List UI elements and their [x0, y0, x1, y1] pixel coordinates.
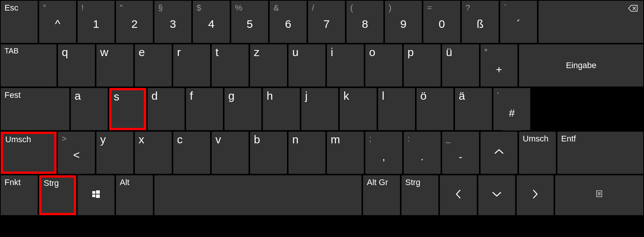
- key-alt-left[interactable]: Alt: [116, 175, 153, 215]
- key-arrow-left[interactable]: [440, 175, 477, 215]
- key-period[interactable]: : .: [404, 132, 441, 174]
- key-windows[interactable]: [78, 175, 114, 215]
- key-7[interactable]: / 7: [308, 1, 345, 43]
- key-tab[interactable]: TAB: [1, 44, 56, 87]
- key-shift-label: ): [389, 3, 391, 13]
- key-comma[interactable]: ; ,: [365, 132, 402, 174]
- key-u[interactable]: u: [288, 44, 325, 87]
- key-v[interactable]: v: [212, 132, 249, 174]
- key-ctrl-left[interactable]: Strg: [39, 175, 76, 215]
- key-arrow-right[interactable]: [517, 175, 554, 215]
- key-altgr[interactable]: Alt Gr: [363, 175, 400, 215]
- key-arrow-up[interactable]: [481, 132, 517, 174]
- key-4[interactable]: $ 4: [193, 1, 230, 43]
- key-b[interactable]: b: [250, 132, 287, 174]
- key-delete[interactable]: Entf: [557, 132, 643, 174]
- key-a[interactable]: a: [71, 88, 108, 130]
- key-d[interactable]: d: [148, 88, 185, 130]
- key-label: Alt Gr: [367, 178, 388, 187]
- key-ae[interactable]: ä: [455, 88, 492, 130]
- key-menu[interactable]: [555, 175, 643, 215]
- key-e[interactable]: e: [135, 44, 172, 87]
- key-label: b: [254, 133, 260, 146]
- key-z[interactable]: z: [250, 44, 287, 87]
- key-fn[interactable]: Fnkt: [1, 175, 38, 215]
- key-arrow-down[interactable]: [478, 175, 515, 215]
- key-n[interactable]: n: [288, 132, 325, 174]
- key-enter[interactable]: Eingabe: [519, 44, 643, 87]
- key-shift-label: §: [158, 3, 163, 13]
- key-main-label: 0: [439, 18, 445, 30]
- key-3[interactable]: § 3: [154, 1, 191, 43]
- key-g[interactable]: g: [224, 88, 261, 130]
- key-t[interactable]: t: [212, 44, 249, 87]
- key-acute[interactable]: ` ´: [500, 1, 537, 43]
- key-w[interactable]: w: [96, 44, 133, 87]
- key-main-label: 6: [285, 18, 291, 30]
- key-f[interactable]: f: [186, 88, 223, 130]
- key-m[interactable]: m: [327, 132, 364, 174]
- key-label: r: [177, 46, 181, 59]
- key-label: t: [215, 46, 218, 59]
- key-label: Fest: [5, 90, 21, 100]
- key-eszett[interactable]: ? ß: [462, 1, 499, 43]
- key-shift-label: _: [446, 134, 450, 144]
- key-main-label: .: [421, 151, 424, 163]
- key-main-label: ,: [382, 151, 385, 163]
- key-9[interactable]: ) 9: [385, 1, 422, 43]
- key-2[interactable]: " 2: [116, 1, 153, 43]
- key-l[interactable]: l: [378, 88, 415, 130]
- key-ctrl-right[interactable]: Strg: [401, 175, 438, 215]
- key-main-label: 4: [208, 18, 215, 30]
- key-shift-left[interactable]: Umsch: [1, 132, 56, 174]
- key-y[interactable]: y: [96, 132, 133, 174]
- key-main-label: #: [509, 107, 515, 119]
- key-shift-label: (: [350, 3, 353, 13]
- key-label: Umsch: [5, 135, 31, 144]
- key-caret[interactable]: ° ^: [39, 1, 76, 43]
- key-shift-label: >: [62, 134, 67, 144]
- key-0[interactable]: = 0: [423, 1, 460, 43]
- key-main-label: 7: [324, 18, 330, 30]
- key-label: u: [292, 46, 299, 59]
- svg-rect-0: [92, 191, 95, 194]
- key-ue[interactable]: ü: [442, 44, 479, 87]
- key-label: z: [254, 46, 259, 59]
- key-dash[interactable]: _ -: [442, 132, 479, 174]
- key-label: j: [305, 90, 308, 102]
- key-shift-label: /: [312, 3, 314, 13]
- key-shift-label: $: [197, 3, 201, 13]
- key-hash[interactable]: ' #: [493, 88, 530, 130]
- key-shift-right[interactable]: Umsch: [519, 132, 556, 174]
- key-oe[interactable]: ö: [417, 88, 453, 130]
- chevron-right-icon: [531, 188, 539, 202]
- key-k[interactable]: k: [340, 88, 377, 130]
- key-shift-label: ;: [369, 134, 371, 144]
- key-p[interactable]: p: [404, 44, 441, 87]
- key-5[interactable]: % 5: [231, 1, 268, 43]
- key-q[interactable]: q: [58, 44, 95, 87]
- key-x[interactable]: x: [135, 132, 172, 174]
- key-backspace[interactable]: [539, 1, 643, 43]
- key-esc[interactable]: Esc: [1, 1, 38, 43]
- key-r[interactable]: r: [173, 44, 210, 87]
- key-angle[interactable]: > <: [58, 132, 95, 174]
- key-label: o: [369, 46, 375, 59]
- key-space[interactable]: [154, 175, 362, 215]
- key-6[interactable]: & 6: [270, 1, 307, 43]
- key-8[interactable]: ( 8: [346, 1, 383, 43]
- key-s[interactable]: s: [109, 88, 146, 130]
- key-h[interactable]: h: [263, 88, 300, 130]
- windows-icon: [92, 190, 100, 200]
- key-shift-label: :: [407, 134, 410, 144]
- key-i[interactable]: i: [327, 44, 364, 87]
- key-main-label: 5: [247, 18, 253, 30]
- key-o[interactable]: o: [365, 44, 402, 87]
- key-shift-label: =: [427, 3, 432, 13]
- key-plus[interactable]: * +: [481, 44, 517, 87]
- key-c[interactable]: c: [173, 132, 210, 174]
- key-capslock[interactable]: Fest: [1, 88, 69, 130]
- key-1[interactable]: ! 1: [78, 1, 114, 43]
- key-shift-label: ': [497, 90, 499, 100]
- key-j[interactable]: j: [301, 88, 338, 130]
